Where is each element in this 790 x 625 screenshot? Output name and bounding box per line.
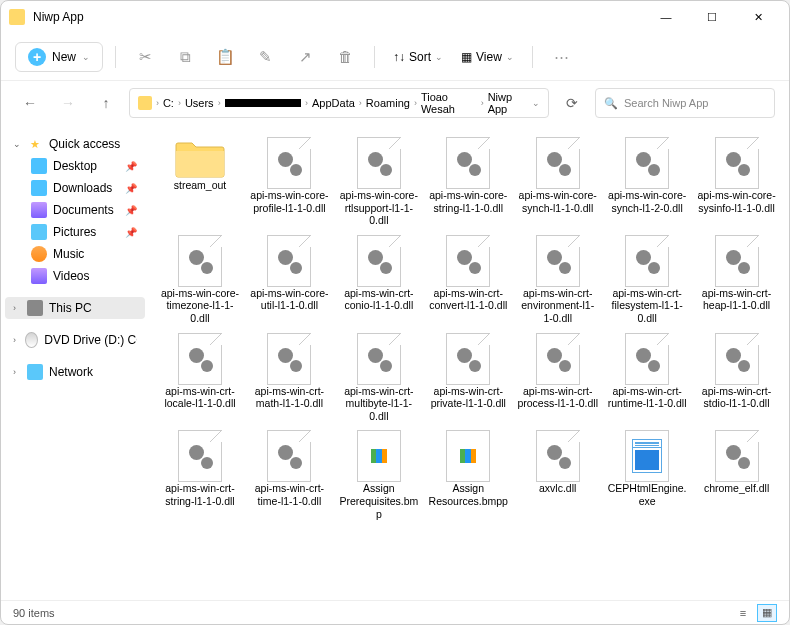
pin-icon: 📌: [125, 205, 137, 216]
chevron-right-icon: ›: [414, 98, 417, 108]
sidebar-item-downloads[interactable]: Downloads 📌: [5, 177, 145, 199]
pin-icon: 📌: [125, 183, 137, 194]
folder-icon: [138, 96, 152, 110]
paste-button[interactable]: 📋: [208, 40, 242, 74]
chevron-right-icon: ›: [156, 98, 159, 108]
minimize-button[interactable]: —: [643, 1, 689, 33]
network-icon: [27, 364, 43, 380]
separator: [532, 46, 533, 68]
breadcrumb-segment[interactable]: C:: [163, 97, 174, 109]
file-item[interactable]: Assign Resources.bmpp: [425, 428, 511, 522]
file-item[interactable]: axvlc.dll: [515, 428, 601, 522]
titlebar[interactable]: Niwp App — ☐ ✕: [1, 1, 789, 33]
view-button[interactable]: ▦ View ⌄: [455, 50, 520, 64]
sort-label: Sort: [409, 50, 431, 64]
up-button[interactable]: ↑: [91, 88, 121, 118]
navigation-pane[interactable]: ⌄ ★ Quick access Desktop 📌 Downloads 📌 D…: [1, 125, 149, 600]
file-name: api-ms-win-crt-math-l1-1-0.dll: [248, 385, 330, 410]
file-item[interactable]: api-ms-win-core-string-l1-1-0.dll: [425, 135, 511, 229]
file-item[interactable]: api-ms-win-core-profile-l1-1-0.dll: [246, 135, 332, 229]
content-area: ⌄ ★ Quick access Desktop 📌 Downloads 📌 D…: [1, 125, 789, 600]
file-item[interactable]: chrome_elf.dll: [694, 428, 780, 522]
file-item[interactable]: api-ms-win-core-timezone-l1-1-0.dll: [157, 233, 243, 327]
dll-icon: [625, 333, 669, 385]
file-item[interactable]: api-ms-win-crt-math-l1-1-0.dll: [246, 331, 332, 425]
file-item[interactable]: CEPHtmlEngine.exe: [604, 428, 690, 522]
forward-button[interactable]: →: [53, 88, 83, 118]
refresh-button[interactable]: ⟳: [557, 88, 587, 118]
more-button[interactable]: ⋯: [545, 40, 579, 74]
sidebar-item-videos[interactable]: Videos: [5, 265, 145, 287]
file-name: stream_out: [174, 179, 227, 192]
sidebar-item-desktop[interactable]: Desktop 📌: [5, 155, 145, 177]
breadcrumb-segment[interactable]: Users: [185, 97, 214, 109]
sidebar-item-pictures[interactable]: Pictures 📌: [5, 221, 145, 243]
dropdown-icon[interactable]: ⌄: [532, 98, 540, 108]
maximize-button[interactable]: ☐: [689, 1, 735, 33]
sidebar-item-label: Downloads: [53, 181, 112, 195]
dll-icon: [625, 235, 669, 287]
file-item[interactable]: api-ms-win-crt-process-l1-1-0.dll: [515, 331, 601, 425]
file-item[interactable]: api-ms-win-crt-heap-l1-1-0.dll: [694, 233, 780, 327]
file-item[interactable]: api-ms-win-crt-conio-l1-1-0.dll: [336, 233, 422, 327]
file-item[interactable]: api-ms-win-core-util-l1-1-0.dll: [246, 233, 332, 327]
network-label: Network: [49, 365, 93, 379]
file-name: api-ms-win-crt-conio-l1-1-0.dll: [338, 287, 420, 312]
window-title: Niwp App: [33, 10, 643, 24]
separator: [115, 46, 116, 68]
file-name: api-ms-win-crt-heap-l1-1-0.dll: [696, 287, 778, 312]
file-item[interactable]: api-ms-win-crt-stdio-l1-1-0.dll: [694, 331, 780, 425]
cut-button[interactable]: ✂: [128, 40, 162, 74]
search-icon: 🔍: [604, 97, 618, 110]
share-button[interactable]: ↗: [288, 40, 322, 74]
file-name: api-ms-win-core-synch-l1-1-0.dll: [517, 189, 599, 214]
breadcrumb-segment[interactable]: Tioao Wesah: [421, 91, 477, 115]
sidebar-item-music[interactable]: Music: [5, 243, 145, 265]
rename-button[interactable]: ✎: [248, 40, 282, 74]
details-view-button[interactable]: ≡: [733, 604, 753, 622]
search-input[interactable]: 🔍 Search Niwp App: [595, 88, 775, 118]
file-item[interactable]: api-ms-win-crt-multibyte-l1-1-0.dll: [336, 331, 422, 425]
file-item[interactable]: api-ms-win-crt-private-l1-1-0.dll: [425, 331, 511, 425]
file-item[interactable]: api-ms-win-crt-convert-l1-1-0.dll: [425, 233, 511, 327]
delete-button[interactable]: 🗑: [328, 40, 362, 74]
file-item[interactable]: stream_out: [157, 135, 243, 229]
sidebar-this-pc[interactable]: › This PC: [5, 297, 145, 319]
close-button[interactable]: ✕: [735, 1, 781, 33]
file-item[interactable]: api-ms-win-core-sysinfo-l1-1-0.dll: [694, 135, 780, 229]
file-item[interactable]: api-ms-win-crt-environment-l1-1-0.dll: [515, 233, 601, 327]
window-folder-icon: [9, 9, 25, 25]
file-item[interactable]: api-ms-win-crt-string-l1-1-0.dll: [157, 428, 243, 522]
file-name: api-ms-win-core-synch-l1-2-0.dll: [606, 189, 688, 214]
disc-icon: [25, 332, 38, 348]
file-name: axvlc.dll: [539, 482, 576, 495]
sidebar-quick-access[interactable]: ⌄ ★ Quick access: [5, 133, 145, 155]
file-item[interactable]: api-ms-win-crt-runtime-l1-1-0.dll: [604, 331, 690, 425]
new-button[interactable]: + New ⌄: [15, 42, 103, 72]
file-name: api-ms-win-crt-private-l1-1-0.dll: [427, 385, 509, 410]
breadcrumb-segment[interactable]: AppData: [312, 97, 355, 109]
file-item[interactable]: api-ms-win-core-synch-l1-1-0.dll: [515, 135, 601, 229]
documents-icon: [31, 202, 47, 218]
videos-icon: [31, 268, 47, 284]
desktop-icon: [31, 158, 47, 174]
file-item[interactable]: api-ms-win-core-rtlsupport-l1-1-0.dll: [336, 135, 422, 229]
breadcrumb-redacted: [225, 99, 301, 107]
files-view[interactable]: stream_outapi-ms-win-core-profile-l1-1-0…: [149, 125, 789, 600]
sidebar-item-documents[interactable]: Documents 📌: [5, 199, 145, 221]
address-bar[interactable]: › C: › Users › › AppData › Roaming › Tio…: [129, 88, 549, 118]
bmp-icon: [446, 430, 490, 482]
file-item[interactable]: Assign Prerequisites.bmp: [336, 428, 422, 522]
sidebar-dvd-drive[interactable]: › DVD Drive (D:) CCCC: [5, 329, 145, 351]
copy-button[interactable]: ⧉: [168, 40, 202, 74]
file-item[interactable]: api-ms-win-crt-time-l1-1-0.dll: [246, 428, 332, 522]
file-item[interactable]: api-ms-win-crt-locale-l1-1-0.dll: [157, 331, 243, 425]
breadcrumb-segment[interactable]: Niwp App: [488, 91, 528, 115]
breadcrumb-segment[interactable]: Roaming: [366, 97, 410, 109]
file-item[interactable]: api-ms-win-core-synch-l1-2-0.dll: [604, 135, 690, 229]
sidebar-network[interactable]: › Network: [5, 361, 145, 383]
sort-button[interactable]: ↑↓ Sort ⌄: [387, 50, 449, 64]
back-button[interactable]: ←: [15, 88, 45, 118]
icons-view-button[interactable]: ▦: [757, 604, 777, 622]
file-item[interactable]: api-ms-win-crt-filesystem-l1-1-0.dll: [604, 233, 690, 327]
